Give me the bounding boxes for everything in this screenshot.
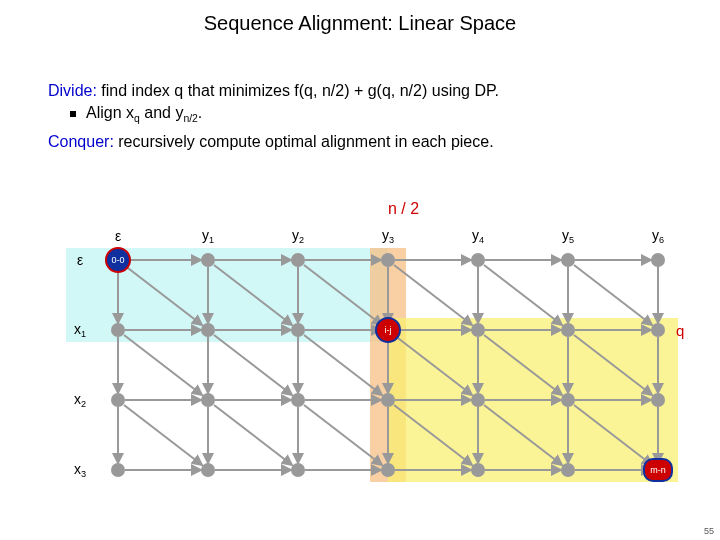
grid-node <box>561 323 575 337</box>
divide-rest: find index q that minimizes f(q, n/2) + … <box>97 82 499 99</box>
grid-node <box>651 393 665 407</box>
node-m-n: m-n <box>643 458 673 482</box>
svg-line-46 <box>214 265 292 325</box>
row-label: x2 <box>74 391 86 410</box>
grid-node <box>111 323 125 337</box>
divide-keyword: Divide: <box>48 82 97 99</box>
grid-node <box>471 323 485 337</box>
dp-grid-diagram: n / 2 <box>48 200 678 520</box>
grid-node <box>291 253 305 267</box>
node-0-0: 0-0 <box>105 247 131 273</box>
svg-line-51 <box>124 335 202 395</box>
grid-node <box>201 393 215 407</box>
row-eps-label: ε <box>77 252 83 268</box>
svg-line-59 <box>304 405 382 465</box>
align-mid: and y <box>140 104 184 121</box>
svg-line-55 <box>484 335 562 395</box>
conquer-keyword: Conquer: <box>48 133 114 150</box>
grid-node <box>651 323 665 337</box>
svg-line-61 <box>484 405 562 465</box>
bullet-icon <box>70 111 76 117</box>
grid-node <box>291 393 305 407</box>
grid-node <box>291 463 305 477</box>
svg-line-58 <box>214 405 292 465</box>
col-label: y3 <box>382 227 394 246</box>
svg-line-45 <box>124 265 202 325</box>
page-title: Sequence Alignment: Linear Space <box>0 0 720 35</box>
align-line: Align xq and yn/2. <box>48 102 499 131</box>
row-label: x3 <box>74 461 86 480</box>
grid-node <box>651 253 665 267</box>
grid-node <box>291 323 305 337</box>
grid-node <box>561 463 575 477</box>
align-pre: Align x <box>86 104 134 121</box>
svg-line-60 <box>394 405 472 465</box>
row-label: x1 <box>74 321 86 340</box>
align-post: . <box>198 104 202 121</box>
grid-node <box>381 253 395 267</box>
grid-node <box>381 463 395 477</box>
grid-node <box>471 463 485 477</box>
svg-line-47 <box>304 265 382 325</box>
col-label: y4 <box>472 227 484 246</box>
col-label: y6 <box>652 227 664 246</box>
col-label: y2 <box>292 227 304 246</box>
conquer-rest: recursively compute optimal alignment in… <box>114 133 494 150</box>
grid-node <box>561 393 575 407</box>
svg-line-48 <box>394 265 472 325</box>
grid-edges <box>48 200 678 520</box>
align-sub2: n/2 <box>183 114 197 125</box>
grid-node <box>201 323 215 337</box>
grid-node <box>111 463 125 477</box>
col-label: y5 <box>562 227 574 246</box>
node-i-j: i-j <box>375 317 401 343</box>
svg-line-62 <box>574 405 652 465</box>
svg-line-53 <box>304 335 382 395</box>
svg-line-56 <box>574 335 652 395</box>
grid-node <box>201 253 215 267</box>
grid-node <box>561 253 575 267</box>
svg-line-54 <box>394 335 472 395</box>
body-text: Divide: find index q that minimizes f(q,… <box>48 80 499 153</box>
grid-node <box>471 253 485 267</box>
svg-line-50 <box>574 265 652 325</box>
col-label: y1 <box>202 227 214 246</box>
grid-node <box>471 393 485 407</box>
divide-line: Divide: find index q that minimizes f(q,… <box>48 80 499 102</box>
q-label: q <box>676 322 684 339</box>
col-eps-label: ε <box>115 228 121 244</box>
svg-line-57 <box>124 405 202 465</box>
page-number: 55 <box>704 526 714 536</box>
svg-line-49 <box>484 265 562 325</box>
svg-line-52 <box>214 335 292 395</box>
grid-node <box>111 393 125 407</box>
grid-node <box>201 463 215 477</box>
grid-node <box>381 393 395 407</box>
conquer-line: Conquer: recursively compute optimal ali… <box>48 131 499 153</box>
